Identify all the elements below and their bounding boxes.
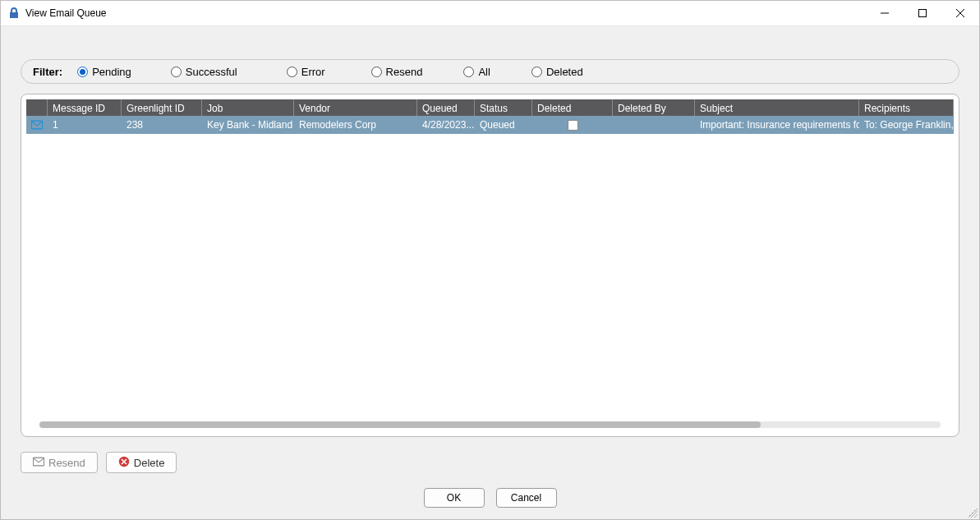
- window: View Email Queue Filter: Pending Success…: [0, 0, 980, 520]
- cell-greenlight-id: 238: [122, 116, 202, 134]
- col-subject[interactable]: Subject: [695, 99, 859, 116]
- window-controls: [866, 1, 979, 25]
- resend-button[interactable]: Resend: [21, 452, 98, 473]
- radio-icon: [531, 67, 542, 77]
- close-button[interactable]: [941, 1, 979, 25]
- cell-deleted-by: [613, 116, 695, 134]
- ok-button[interactable]: OK: [424, 488, 485, 508]
- envelope-icon: [33, 456, 44, 470]
- table-row[interactable]: 1 238 Key Bank - Midland Remodelers Corp…: [26, 116, 954, 134]
- resize-grip[interactable]: [968, 508, 978, 518]
- titlebar: View Email Queue: [1, 1, 979, 25]
- cell-vendor: Remodelers Corp: [294, 116, 417, 134]
- cell-recipients: To: George Franklin, Ja: [859, 116, 954, 134]
- cell-job: Key Bank - Midland: [202, 116, 294, 134]
- delete-label: Delete: [134, 457, 165, 469]
- col-deleted[interactable]: Deleted: [532, 99, 613, 116]
- horizontal-scrollbar[interactable]: [39, 421, 941, 428]
- scrollbar-thumb[interactable]: [39, 421, 761, 428]
- cell-queued: 4/28/2023...: [417, 116, 475, 134]
- radio-icon: [463, 67, 474, 77]
- mail-icon: [26, 116, 48, 134]
- cell-subject: Important: Insurance requirements for o.…: [695, 116, 859, 134]
- delete-icon: [118, 456, 130, 470]
- radio-icon: [371, 67, 382, 77]
- action-bar: Resend Delete: [21, 452, 177, 473]
- cell-status: Queued: [475, 116, 532, 134]
- resend-label: Resend: [48, 457, 85, 469]
- col-job[interactable]: Job: [202, 99, 294, 116]
- col-status[interactable]: Status: [475, 99, 532, 116]
- col-deleted-by[interactable]: Deleted By: [613, 99, 695, 116]
- svg-rect-0: [919, 10, 927, 17]
- radio-icon: [171, 67, 182, 77]
- lock-icon: [7, 7, 21, 20]
- radio-icon: [77, 67, 88, 77]
- minimize-button[interactable]: [866, 1, 904, 25]
- cell-deleted: [532, 116, 613, 134]
- col-vendor[interactable]: Vendor: [294, 99, 417, 116]
- filter-group: Filter: Pending Successful Error Resend …: [21, 59, 959, 84]
- col-icon[interactable]: [26, 99, 48, 116]
- grid-header[interactable]: Message ID Greenlight ID Job Vendor Queu…: [26, 99, 954, 116]
- delete-button[interactable]: Delete: [106, 452, 177, 473]
- col-greenlight-id[interactable]: Greenlight ID: [122, 99, 202, 116]
- client-area: Filter: Pending Successful Error Resend …: [1, 25, 979, 519]
- radio-successful[interactable]: Successful: [171, 66, 237, 78]
- cell-message-id: 1: [48, 116, 122, 134]
- col-message-id[interactable]: Message ID: [48, 99, 122, 116]
- radio-resend[interactable]: Resend: [371, 66, 423, 78]
- dialog-buttons: OK Cancel: [1, 488, 979, 508]
- deleted-checkbox[interactable]: [568, 120, 578, 131]
- email-grid-panel: Message ID Greenlight ID Job Vendor Queu…: [21, 94, 959, 437]
- col-recipients[interactable]: Recipients: [859, 99, 954, 116]
- cancel-button[interactable]: Cancel: [496, 488, 557, 508]
- radio-deleted[interactable]: Deleted: [531, 66, 583, 78]
- radio-error[interactable]: Error: [287, 66, 325, 78]
- radio-pending[interactable]: Pending: [77, 66, 131, 78]
- filter-label: Filter:: [33, 66, 62, 78]
- window-title: View Email Queue: [25, 7, 107, 19]
- email-grid[interactable]: Message ID Greenlight ID Job Vendor Queu…: [26, 99, 954, 431]
- radio-all[interactable]: All: [463, 66, 490, 78]
- maximize-button[interactable]: [904, 1, 941, 25]
- col-queued[interactable]: Queued: [417, 99, 475, 116]
- radio-icon: [287, 67, 297, 77]
